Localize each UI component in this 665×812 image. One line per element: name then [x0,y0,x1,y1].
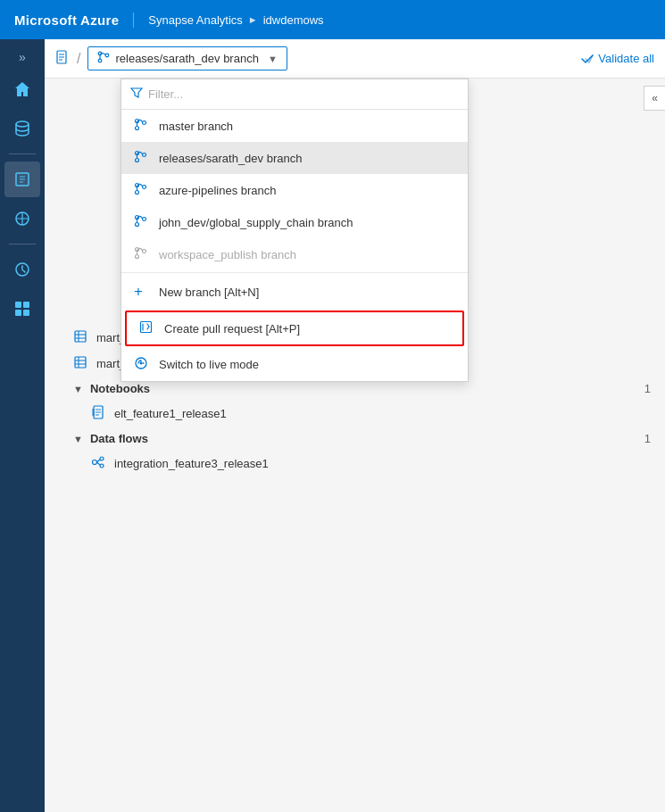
svg-point-19 [136,191,139,195]
notebooks-collapse-icon: ▼ [73,384,83,394]
filter-icon [130,87,143,102]
table-icon [73,329,89,346]
pull-request-icon [139,320,155,336]
svg-point-17 [143,153,146,157]
branch-item-label-3: azure-pipelines branch [159,184,277,197]
svg-rect-31 [75,357,86,368]
branch-icon [97,51,110,66]
live-mode-item[interactable]: Switch to live mode [121,348,468,381]
sidebar-icon-home[interactable] [4,71,40,107]
branch-item-sarath-dev[interactable]: releases/sarath_dev branch [121,142,468,174]
toolbar-slash: / [77,51,80,67]
sidebar-expand-icon[interactable]: » [15,46,29,68]
svg-point-10 [99,59,103,62]
svg-point-26 [143,250,146,253]
branch-item-workspace-publish[interactable]: workspace_publish branch [121,238,468,270]
live-mode-label: Switch to live mode [159,358,259,371]
svg-rect-6 [15,310,21,316]
svg-point-20 [143,186,146,189]
top-nav: Synapse Analytics ► idwdemows [148,13,323,27]
validate-all-button[interactable]: Validate all [580,52,654,66]
svg-point-14 [143,121,146,125]
panel-collapse-button[interactable]: « [644,86,665,111]
svg-rect-7 [23,310,29,316]
svg-point-36 [100,464,104,468]
pull-request-item[interactable]: Create pull request [Alt+P] [125,311,464,346]
branch-item-label-4: john_dev/global_supply_chain branch [159,216,353,229]
repo-icon [55,50,70,68]
svg-point-29 [140,362,143,365]
branch-item-icon-2 [134,150,150,166]
dataflows-collapse-icon: ▼ [73,434,83,444]
sidebar-icon-integrate[interactable] [4,201,40,236]
dataflow-icon [91,455,107,472]
dataflows-section-header[interactable]: ▼ Data flows 1 [59,427,665,451]
sidebar-icon-database[interactable] [4,111,40,146]
sidebar-divider [9,153,36,154]
pull-request-label: Create pull request [Alt+P] [164,322,300,336]
new-branch-label: New branch [Alt+N] [159,286,259,299]
validate-all-label: Validate all [598,52,654,65]
tree-item-label-integration: integration_feature3_release1 [114,457,269,470]
content-area: / releases/sarath_dev branch ▼ [45,39,665,812]
sidebar-divider-2 [9,244,36,244]
chevron-down-icon: ▼ [268,54,278,64]
branch-dropdown[interactable]: releases/sarath_dev branch ▼ [87,46,287,70]
svg-point-16 [136,159,139,162]
toolbar: / releases/sarath_dev branch ▼ [45,39,665,79]
dropdown-divider [121,272,468,273]
svg-rect-30 [75,331,86,342]
svg-rect-27 [141,322,152,333]
new-branch-icon: + [134,283,150,301]
workspace-label: idwdemows [263,13,324,27]
table-icon-2 [73,355,89,372]
branch-item-icon-5 [134,246,150,262]
svg-point-13 [136,127,139,130]
branch-item-icon-4 [134,214,150,230]
svg-point-25 [136,255,139,259]
svg-point-22 [136,223,139,227]
branch-item-azure-pipelines[interactable]: azure-pipelines branch [121,174,468,206]
filter-input[interactable] [148,87,459,101]
sidebar-icon-manage[interactable] [4,291,40,327]
svg-rect-33 [92,409,95,416]
top-bar: Microsoft Azure Synapse Analytics ► idwd… [0,0,665,39]
filter-wrapper [121,79,468,110]
dataflows-section-label: Data flows [90,432,148,445]
live-mode-icon [134,356,150,373]
tree-item-integration: integration_feature3_release1 [59,451,665,476]
new-branch-item[interactable]: + New branch [Alt+N] [121,275,468,309]
branch-item-label-2: releases/sarath_dev branch [159,152,302,165]
branch-item-icon-3 [134,182,150,198]
svg-point-23 [143,218,146,221]
svg-point-0 [16,121,29,127]
sidebar: » [0,39,45,812]
sidebar-icon-develop[interactable] [4,162,40,197]
tree-item-label-elt: elt_feature1_release1 [114,407,227,420]
brand-label: Microsoft Azure [14,12,134,28]
notebooks-section-label: Notebooks [90,382,150,395]
tree-item-elt: elt_feature1_release1 [59,401,665,427]
branch-item-icon [134,118,150,134]
branch-dropdown-menu: master branch releases/sarath_dev branch [121,79,469,382]
svg-rect-5 [23,302,29,308]
branch-item-label: master branch [159,120,233,133]
svg-point-35 [100,457,104,460]
branch-item-john-dev[interactable]: john_dev/global_supply_chain branch [121,206,468,238]
branch-item-master[interactable]: master branch [121,110,468,142]
dataflows-count: 1 [644,432,651,445]
svg-rect-4 [15,302,21,308]
service-label: Synapse Analytics [148,13,243,27]
notebooks-count: 1 [644,382,651,395]
notebook-icon [91,405,107,422]
nav-chevron-icon: ► [248,14,258,25]
sidebar-icon-monitor[interactable] [4,252,40,287]
branch-label: releases/sarath_dev branch [115,52,258,65]
branch-item-label-5: workspace_publish branch [159,248,296,261]
main-layout: » [0,39,665,812]
svg-point-11 [106,54,110,57]
svg-point-34 [93,460,97,465]
